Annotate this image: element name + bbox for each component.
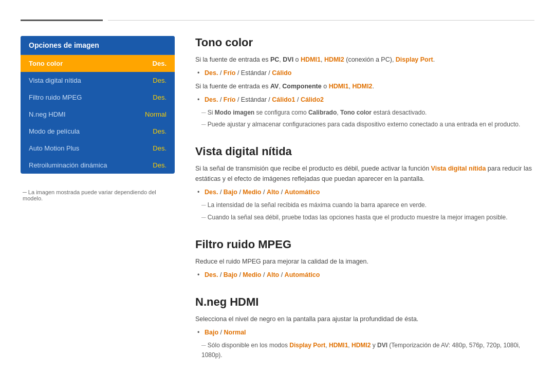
filtro-ruido-text1: Reduce el ruido MPEG para mejorar la cal… — [195, 256, 534, 267]
text-hdmi1c: HDMI1 — [329, 342, 348, 349]
section-nneg-hdmi: N.neg HDMI Selecciona el nivel de negro … — [195, 295, 534, 360]
option-calido2: Cálido2 — [301, 96, 324, 103]
text-calibrado: Calibrado — [308, 109, 337, 116]
opt-auto-fr: Automático — [285, 271, 320, 278]
top-bar-line-right — [108, 20, 534, 21]
nneg-hdmi-bullets: Bajo / Normal — [195, 327, 534, 338]
option-des2: Des. — [205, 96, 218, 103]
menu-item-auto-motion-plus[interactable]: Auto Motion Plus Des. — [21, 140, 175, 157]
opt-normal-nh: Normal — [224, 329, 246, 336]
opt-bajo: Bajo — [224, 189, 237, 196]
menu-item-label: Retroiluminación dinámica — [29, 161, 107, 169]
option-des: Des. — [205, 69, 218, 77]
tono-color-note1: Si Modo imagen se configura como Calibra… — [195, 108, 534, 118]
menu-item-label: Filtro ruido MPEG — [29, 94, 82, 101]
menu-item-value: Des. — [153, 161, 166, 169]
opt-auto: Automático — [285, 189, 320, 196]
bullet-item: Des. / Frío / Estándar / Cálido — [195, 68, 534, 78]
text-tono-color: Tono color — [340, 109, 372, 116]
menu-item-value: Des. — [153, 60, 166, 67]
text-av: AV — [270, 83, 279, 90]
text-hdmi2: HDMI2 — [324, 56, 344, 63]
main-content: Opciones de imagen Tono color Des. Vista… — [0, 0, 555, 392]
section-body-vista-digital: Si la señal de transmisión que recibe el… — [195, 163, 534, 222]
text-hdmi2c: HDMI2 — [351, 342, 371, 349]
bullet-item: Bajo / Normal — [195, 327, 534, 338]
tono-color-bullets1: Des. / Frío / Estándar / Cálido — [195, 68, 534, 78]
opt-medio: Medio — [243, 189, 261, 196]
opt-alto-fr: Alto — [267, 271, 279, 278]
section-body-nneg-hdmi: Selecciona el nivel de negro en la panta… — [195, 314, 534, 360]
nneg-hdmi-text1: Selecciona el nivel de negro en la panta… — [195, 314, 534, 324]
text-vista-digital: Vista digital nítida — [431, 165, 486, 172]
text-hdmi1: HDMI1 — [301, 56, 321, 63]
opt-medio-fr: Medio — [243, 271, 261, 278]
menu-item-label: Vista digital nítida — [29, 77, 81, 84]
vista-digital-note2: Cuando la señal sea débil, pruebe todas … — [195, 213, 534, 222]
menu-item-value: Des. — [153, 144, 166, 152]
menu-item-label: Tono color — [29, 60, 63, 67]
menu-item-value: Normal — [145, 110, 166, 118]
opt-des-fr: Des. — [205, 271, 218, 278]
text-hdmi1b: HDMI1 — [329, 83, 349, 90]
tono-color-text2: Si la fuente de entrada es AV, Component… — [195, 81, 534, 91]
vista-digital-bullets: Des. / Bajo / Medio / Alto / Automático — [195, 187, 534, 197]
opt-des: Des. — [205, 189, 218, 196]
vista-digital-text1: Si la señal de transmisión que recibe el… — [195, 163, 534, 184]
tono-color-text1: Si la fuente de entrada es PC, DVI o HDM… — [195, 54, 534, 65]
text-pc: PC — [270, 56, 279, 63]
nneg-hdmi-note1: Sólo disponible en los modos Display Por… — [195, 341, 534, 360]
text-displayport: Display Port — [396, 56, 433, 63]
section-body-tono-color: Si la fuente de entrada es PC, DVI o HDM… — [195, 54, 534, 129]
text-dvi2: DVI — [377, 342, 387, 349]
section-title-vista-digital: Vista digital nítida — [195, 145, 534, 158]
option-frio2: Frío — [224, 96, 236, 103]
option-calido: Cálido — [272, 69, 291, 77]
text-componente: Componente — [282, 83, 321, 90]
menu-item-value: Des. — [153, 94, 166, 101]
right-panel: Tono color Si la fuente de entrada es PC… — [195, 36, 534, 376]
bullet-item: Des. / Frío / Estándar / Cálido1 / Cálid… — [195, 95, 534, 105]
option-frio: Frío — [224, 69, 236, 77]
section-title-tono-color: Tono color — [195, 36, 534, 49]
menu-item-tono-color[interactable]: Tono color Des. — [21, 55, 175, 72]
opt-bajo-nh: Bajo — [205, 329, 218, 336]
menu-item-label: Auto Motion Plus — [29, 144, 79, 152]
menu-item-vista-digital[interactable]: Vista digital nítida Des. — [21, 72, 175, 89]
section-filtro-ruido: Filtro ruido MPEG Reduce el ruido MPEG p… — [195, 238, 534, 280]
menu-item-nneg-hdmi[interactable]: N.neg HDMI Normal — [21, 106, 175, 123]
left-panel: Opciones de imagen Tono color Des. Vista… — [21, 36, 175, 376]
tono-color-bullets2: Des. / Frío / Estándar / Cálido1 / Cálid… — [195, 95, 534, 105]
section-title-nneg-hdmi: N.neg HDMI — [195, 295, 534, 309]
top-bar — [0, 20, 555, 21]
filtro-ruido-bullets: Des. / Bajo / Medio / Alto / Automático — [195, 270, 534, 280]
section-tono-color: Tono color Si la fuente de entrada es PC… — [195, 36, 534, 129]
section-title-filtro-ruido: Filtro ruido MPEG — [195, 238, 534, 251]
menu-item-value: Des. — [153, 77, 166, 84]
vista-digital-note1: La intensidad de la señal recibida es má… — [195, 200, 534, 210]
opt-alto: Alto — [267, 189, 279, 196]
tono-color-note2: Puede ajustar y almacenar configuracione… — [195, 120, 534, 129]
menu-item-retroiluminacion[interactable]: Retroiluminación dinámica Des. — [21, 157, 175, 174]
menu-item-filtro-ruido[interactable]: Filtro ruido MPEG Des. — [21, 89, 175, 106]
text-hdmi2b: HDMI2 — [352, 83, 372, 90]
menu-box-header: Opciones de imagen — [21, 36, 175, 55]
bullet-item: Des. / Bajo / Medio / Alto / Automático — [195, 270, 534, 280]
top-bar-line-left — [21, 20, 103, 21]
bullet-item: Des. / Bajo / Medio / Alto / Automático — [195, 187, 534, 197]
menu-item-label: N.neg HDMI — [29, 110, 66, 118]
section-vista-digital: Vista digital nítida Si la señal de tran… — [195, 145, 534, 222]
opt-bajo-fr: Bajo — [224, 271, 237, 278]
menu-item-modo-pelicula[interactable]: Modo de película Des. — [21, 123, 175, 140]
option-calido1: Cálido1 — [272, 96, 295, 103]
menu-box: Opciones de imagen Tono color Des. Vista… — [21, 36, 175, 174]
text-dvi: DVI — [283, 56, 293, 63]
menu-item-label: Modo de película — [29, 127, 80, 135]
text-modo-imagen: Modo imagen — [215, 109, 254, 116]
section-body-filtro-ruido: Reduce el ruido MPEG para mejorar la cal… — [195, 256, 534, 280]
text-displayport2: Display Port — [289, 342, 325, 349]
menu-note: La imagen mostrada puede variar dependie… — [21, 189, 175, 201]
menu-item-value: Des. — [153, 127, 166, 135]
